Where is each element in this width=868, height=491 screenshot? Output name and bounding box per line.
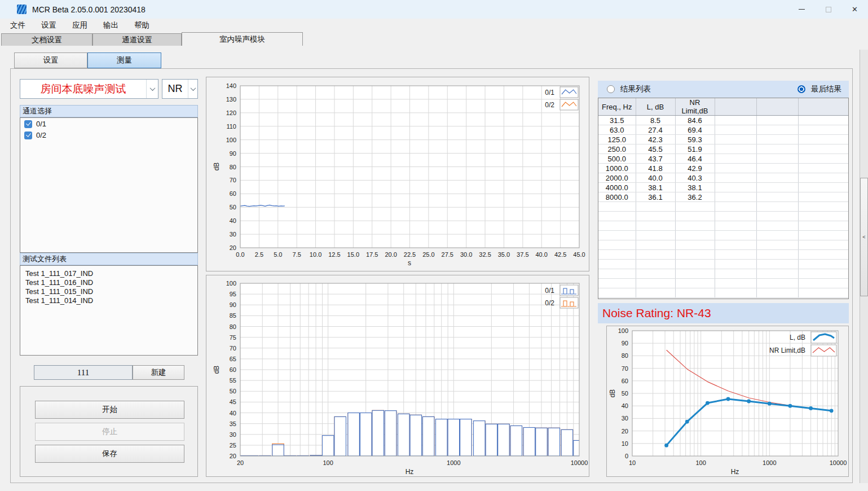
table-row[interactable]: 8000.036.136.2 [598,192,849,202]
table-cell: 43.7 [636,154,675,164]
last-result-radio[interactable] [797,85,805,93]
table-cell: 45.5 [636,144,675,154]
svg-text:30: 30 [230,431,236,438]
table-row[interactable] [598,279,849,288]
table-cell [798,192,849,202]
table-cell [636,288,675,298]
table-cell [636,240,675,250]
svg-text:25: 25 [230,442,236,449]
test-file-item[interactable]: Test 1_111_015_IND [20,287,197,296]
time-history-chart-panel: 20304050607080901001101201301400.02.55.0… [206,77,589,271]
table-cell [756,164,798,173]
table-row[interactable] [598,269,849,279]
table-row[interactable]: 63.027.469.4 [598,125,849,135]
table-row[interactable] [598,202,849,212]
menu-bar: 文件设置应用输出帮助 [0,19,868,32]
table-cell [798,221,849,231]
table-cell [715,135,756,144]
result-table-panel[interactable]: Freq., HzL, dBNR Limit,dB 31.58.584.663.… [598,98,849,299]
rating-type-combobox[interactable]: NR [162,79,198,99]
result-list-radio[interactable] [607,85,615,93]
table-header [756,98,798,116]
menu-item-帮助[interactable]: 帮助 [129,19,155,32]
table-cell [756,269,798,279]
tab-通道设置[interactable]: 通道设置 [92,33,182,46]
checkbox-checked-icon[interactable] [24,131,32,139]
table-row[interactable]: 250.045.551.9 [598,144,849,154]
tab-文档设置[interactable]: 文档设置 [1,33,92,46]
svg-text:95: 95 [230,291,236,297]
table-row[interactable]: 2000.040.040.3 [598,173,849,183]
table-row[interactable] [598,240,849,250]
svg-text:85: 85 [230,312,236,319]
table-row[interactable]: 125.042.359.3 [598,135,849,144]
chevron-down-icon [190,85,196,91]
table-cell [598,231,636,240]
svg-text:40.0: 40.0 [536,251,548,258]
table-cell [798,240,849,250]
svg-text:40: 40 [622,402,628,409]
table-cell: 31.5 [598,116,636,125]
table-cell [636,260,675,269]
menu-item-应用[interactable]: 应用 [67,19,93,32]
subtab-测量[interactable]: 测量 [87,52,161,68]
channel-listbox[interactable]: 0/10/2 [20,117,198,253]
test-file-item[interactable]: Test 1_111_014_IND [20,296,197,305]
maximize-button[interactable] [815,0,841,19]
tab-室内噪声模块[interactable]: 室内噪声模块 [182,32,303,46]
subtab-设置[interactable]: 设置 [14,52,87,68]
svg-text:0/2: 0/2 [545,101,554,109]
stop-button[interactable]: 停止 [35,423,184,441]
spectrum-bar-chart: 2025303540455055606570758085909510020100… [206,275,590,477]
table-cell [756,212,798,221]
noise-rating-banner: Noise Rating: NR-43 [598,303,849,323]
menu-item-输出[interactable]: 输出 [98,19,124,32]
start-button[interactable]: 开始 [35,401,184,419]
table-row[interactable] [598,260,849,269]
table-cell [675,250,715,260]
table-cell [798,144,849,154]
test-file-listbox[interactable]: Test 1_111_017_INDTest 1_111_016_INDTest… [20,265,198,356]
table-cell [675,231,715,240]
table-cell: 500.0 [598,154,636,164]
table-cell [675,240,715,250]
test-type-value: 房间本底噪声测试 [20,80,146,98]
table-cell [598,260,636,269]
test-type-dropdown-button[interactable] [146,80,158,98]
table-cell: 40.0 [636,173,675,183]
channel-item-0/2[interactable]: 0/2 [20,129,197,141]
table-row[interactable] [598,221,849,231]
checkbox-checked-icon[interactable] [24,120,32,128]
table-row[interactable]: 4000.038.138.1 [598,183,849,192]
close-button[interactable]: ✕ [841,0,868,19]
test-file-item[interactable]: Test 1_111_017_IND [20,269,197,278]
menu-item-设置[interactable]: 设置 [36,19,62,32]
collapse-panel-handle[interactable]: < [860,178,868,296]
table-row[interactable]: 31.58.584.6 [598,116,849,125]
table-cell: 2000.0 [598,173,636,183]
table-row[interactable]: 1000.041.842.9 [598,164,849,173]
table-cell [756,279,798,288]
table-cell [636,221,675,231]
table-row[interactable] [598,231,849,240]
table-cell [756,154,798,164]
table-row[interactable] [598,212,849,221]
channel-item-0/1[interactable]: 0/1 [20,118,197,129]
svg-text:20: 20 [622,428,628,435]
svg-text:35: 35 [230,420,236,427]
svg-text:0.0: 0.0 [236,251,244,258]
table-cell [756,202,798,212]
rating-type-dropdown-button[interactable] [188,80,197,98]
table-row[interactable]: 500.043.746.4 [598,154,849,164]
new-file-button[interactable]: 新建 [133,365,184,380]
table-row[interactable] [598,288,849,298]
menu-item-文件[interactable]: 文件 [5,19,31,32]
save-button[interactable]: 保存 [35,445,184,463]
table-cell [756,240,798,250]
file-name-input[interactable]: 111 [34,365,133,380]
test-file-item[interactable]: Test 1_111_016_IND [20,278,197,287]
table-row[interactable] [598,250,849,260]
table-cell: 42.9 [675,164,715,173]
minimize-button[interactable] [788,0,815,19]
test-type-combobox[interactable]: 房间本底噪声测试 [20,79,158,99]
